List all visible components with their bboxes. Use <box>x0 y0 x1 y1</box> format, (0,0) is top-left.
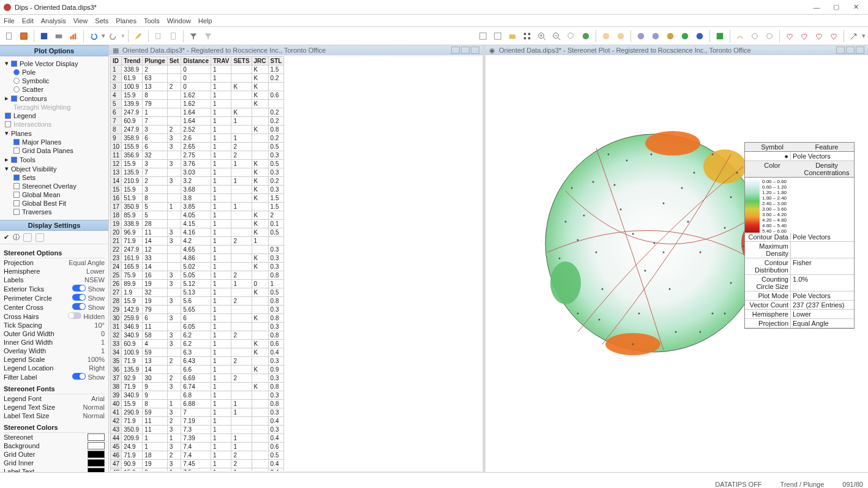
checkbox-icon[interactable] <box>5 113 11 119</box>
color-swatch[interactable] <box>88 434 105 441</box>
checkbox-icon[interactable] <box>13 209 20 215</box>
svg-rect-12 <box>524 32 526 35</box>
checkbox-icon[interactable] <box>13 183 20 189</box>
apply-icon[interactable]: ✔ <box>4 233 9 241</box>
stereo-doc-titlebar[interactable]: ◉ Oriented Data.dips3* - Stereonet Plot … <box>485 45 868 55</box>
checkbox-icon[interactable] <box>13 200 20 206</box>
svg-point-45 <box>653 242 655 244</box>
menu-edit[interactable]: Edit <box>22 17 34 24</box>
save-icon[interactable] <box>37 29 51 43</box>
checkbox-icon[interactable] <box>13 148 20 154</box>
redo-icon[interactable] <box>107 29 120 43</box>
svg-point-54 <box>626 160 627 162</box>
toggle-icon[interactable] <box>72 285 86 291</box>
menu-file[interactable]: File <box>4 17 15 24</box>
checkbox-icon[interactable] <box>5 121 11 127</box>
tool-a-icon[interactable] <box>733 29 747 43</box>
radio-icon[interactable] <box>13 69 20 75</box>
color-swatch[interactable] <box>88 451 105 458</box>
tb-stereo-1-icon[interactable] <box>476 29 490 43</box>
tb-folder-icon[interactable] <box>506 29 519 43</box>
radio-icon[interactable] <box>13 86 20 92</box>
undo-icon[interactable] <box>87 29 100 43</box>
refresh-icon[interactable] <box>23 233 32 242</box>
checkbox-icon[interactable] <box>13 175 20 181</box>
net-1-icon[interactable] <box>599 29 613 43</box>
grid-doc-titlebar[interactable]: ▦ Oriented Data.dips3* - Registered to R… <box>109 45 483 55</box>
svg-point-66 <box>571 187 572 189</box>
data-grid-scroll[interactable]: IDTrendPlungeSetDistanceTRAVSETSJRCSTL13… <box>110 56 482 471</box>
checkbox-icon[interactable] <box>13 139 20 145</box>
tb-stereo-2-icon[interactable] <box>491 29 504 43</box>
plot-green-icon[interactable] <box>713 29 727 43</box>
print-icon[interactable] <box>52 29 65 43</box>
window-minimize-button[interactable]: — <box>808 2 825 13</box>
heart-3-icon[interactable] <box>812 29 826 43</box>
doc-close-icon[interactable] <box>471 47 479 54</box>
heart-1-icon[interactable] <box>783 29 796 43</box>
zoom-area-icon[interactable] <box>564 29 578 43</box>
window-close-button[interactable]: ✕ <box>847 2 864 13</box>
globe-1-icon[interactable] <box>634 29 648 43</box>
doc-min-icon[interactable] <box>836 47 845 54</box>
globe-3-icon[interactable] <box>664 29 677 43</box>
svg-point-60 <box>650 154 652 156</box>
stereonet-plot[interactable]: N E S W SymbolFeature ●Pole Vectors Colo… <box>487 56 867 471</box>
paste-icon[interactable] <box>166 29 180 43</box>
checkbox-icon[interactable] <box>11 96 17 102</box>
filter-clear-icon[interactable] <box>201 29 215 43</box>
fit-icon[interactable] <box>520 29 534 43</box>
zoom-world-icon[interactable] <box>579 29 593 43</box>
tool-c-icon[interactable] <box>763 29 776 43</box>
doc-min-icon[interactable] <box>451 47 460 54</box>
toggle-icon[interactable] <box>72 294 86 301</box>
edit-icon[interactable] <box>132 29 145 43</box>
menu-window[interactable]: Window <box>167 17 191 24</box>
zoom-in-icon[interactable] <box>535 29 548 43</box>
svg-rect-3 <box>56 34 62 38</box>
checkbox-icon[interactable] <box>11 157 17 163</box>
color-swatch[interactable] <box>88 442 105 449</box>
svg-point-29 <box>667 32 674 39</box>
svg-rect-7 <box>156 33 160 39</box>
checkbox-icon[interactable] <box>13 192 20 198</box>
svg-point-46 <box>613 184 615 186</box>
globe-5-icon[interactable] <box>693 29 706 43</box>
menu-help[interactable]: Help <box>198 17 212 24</box>
radio-icon[interactable] <box>13 78 20 84</box>
checkbox-icon[interactable] <box>11 61 17 67</box>
menu-view[interactable]: View <box>73 17 88 24</box>
heart-2-icon[interactable] <box>798 29 811 43</box>
arrow-tool-icon[interactable] <box>847 29 861 43</box>
menu-analysis[interactable]: Analysis <box>41 17 66 24</box>
zoom-out-icon[interactable] <box>550 29 563 43</box>
net-2-icon[interactable] <box>614 29 627 43</box>
refresh-all-icon[interactable] <box>36 233 44 242</box>
tool-b-icon[interactable] <box>748 29 761 43</box>
color-swatch[interactable] <box>88 459 105 467</box>
toggle-icon[interactable] <box>68 312 81 319</box>
data-grid[interactable]: IDTrendPlungeSetDistanceTRAVSETSJRCSTL13… <box>110 56 284 471</box>
window-maximize-button[interactable]: ▢ <box>828 2 845 13</box>
menu-sets[interactable]: Sets <box>95 17 108 24</box>
toggle-icon[interactable] <box>72 373 86 380</box>
svg-point-68 <box>644 270 646 272</box>
doc-max-icon[interactable] <box>461 47 470 54</box>
color-swatch[interactable] <box>88 468 105 472</box>
menu-planes[interactable]: Planes <box>116 17 137 24</box>
svg-rect-10 <box>495 32 501 39</box>
new-file-icon[interactable] <box>2 29 16 43</box>
grid-icon[interactable] <box>17 29 31 43</box>
info-icon[interactable]: ⓘ <box>13 233 20 242</box>
doc-max-icon[interactable] <box>846 47 855 54</box>
stereonet-document: ◉ Oriented Data.dips3* - Stereonet Plot … <box>485 45 868 472</box>
menu-tools[interactable]: Tools <box>144 17 160 24</box>
doc-close-icon[interactable] <box>856 47 864 54</box>
toggle-icon[interactable] <box>72 303 86 310</box>
globe-2-icon[interactable] <box>649 29 662 43</box>
heart-4-icon[interactable] <box>827 29 840 43</box>
globe-4-icon[interactable] <box>678 29 692 43</box>
chart-icon[interactable] <box>67 29 80 43</box>
filter-icon[interactable] <box>187 29 200 43</box>
copy-icon[interactable] <box>152 29 165 43</box>
